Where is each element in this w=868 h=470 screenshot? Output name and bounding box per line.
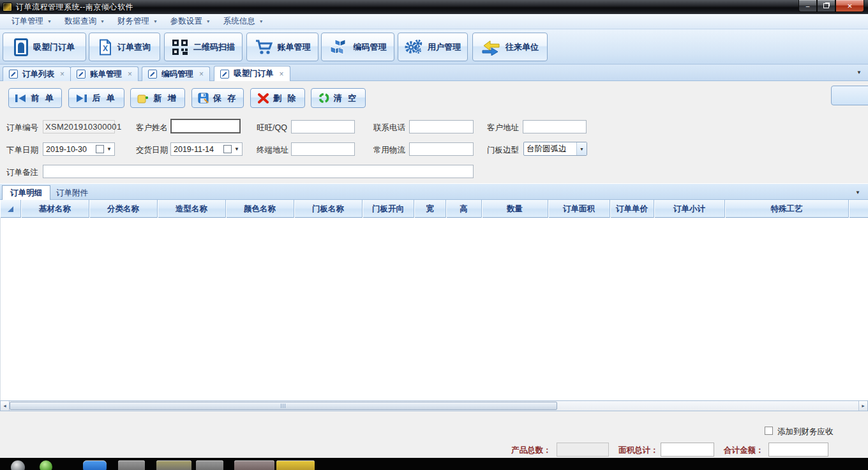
order-no-label: 订单编号: [6, 123, 38, 133]
column-header-order-area[interactable]: 订单面积: [548, 200, 610, 218]
chevron-down-icon: ▼: [153, 19, 158, 24]
tab-close-icon[interactable]: ×: [128, 70, 132, 79]
terminal-address-label: 终端地址: [257, 145, 288, 156]
side-panel-button[interactable]: [831, 86, 868, 105]
previous-order-button[interactable]: 前 单: [8, 88, 62, 108]
minimize-button[interactable]: –: [798, 0, 817, 12]
taskbar-app-tile-5[interactable]: [276, 460, 315, 470]
tab-code-management[interactable]: 编码管理 ×: [142, 66, 210, 81]
scroll-right-icon: ►: [861, 404, 865, 408]
door-panel-icon: [14, 38, 28, 56]
document-x-icon: X: [98, 39, 112, 56]
close-button[interactable]: ✕: [835, 0, 864, 12]
menu-parameter-settings[interactable]: 参数设置▼: [164, 14, 217, 29]
column-header-style[interactable]: 造型名称: [158, 200, 226, 218]
edge-type-select[interactable]: 台阶圆弧边 ▼: [523, 142, 587, 156]
tab-overflow-chevron-icon[interactable]: ▼: [857, 70, 862, 75]
order-no-field[interactable]: XSM201910300001: [43, 120, 115, 133]
scroll-left-button[interactable]: ◄: [1, 401, 10, 411]
taskbar-app-tile-3[interactable]: [196, 460, 223, 470]
column-header-clipped[interactable]: [849, 200, 868, 218]
column-header-door-opening[interactable]: 门板开向: [363, 200, 414, 218]
column-header-unit-price[interactable]: 订单单价: [610, 200, 654, 218]
wangwang-qq-field[interactable]: [291, 120, 355, 133]
chevron-down-icon: ▼: [259, 19, 264, 24]
next-order-button[interactable]: 后 单: [68, 88, 124, 108]
column-header-base-material[interactable]: 基材名称: [21, 200, 89, 218]
area-total-field[interactable]: [661, 443, 714, 457]
delivery-date-label: 交货日期: [136, 145, 168, 156]
add-to-receivable-checkbox[interactable]: [765, 427, 773, 435]
menu-system-info[interactable]: 系统信息▼: [217, 14, 270, 29]
gears-icon: [405, 39, 423, 56]
grid-select-all-corner[interactable]: [0, 200, 21, 218]
toolbar-code-management-button[interactable]: 编码管理: [321, 33, 394, 61]
save-button[interactable]: 保 存: [191, 88, 244, 108]
scrollbar-thumb[interactable]: [10, 402, 557, 410]
terminal-address-field[interactable]: [291, 142, 355, 156]
app-logo-icon: [3, 3, 12, 11]
order-date-picker[interactable]: 2019-10-30 ▼: [43, 142, 115, 156]
menu-finance-management[interactable]: 财务管理▼: [111, 14, 164, 29]
column-header-height[interactable]: 高: [446, 200, 482, 218]
tab-order-attachment[interactable]: 订单附件: [49, 185, 96, 201]
toolbar-business-partners-button[interactable]: 往来单位: [472, 33, 548, 61]
calendar-icon: [223, 145, 232, 153]
column-header-special-craft[interactable]: 特殊工艺: [725, 200, 849, 218]
action-toolbar: 前 单 后 单 新 增 保 存 删 除 清 空: [0, 81, 868, 112]
toolbar-bill-management-button[interactable]: 账单管理: [246, 33, 318, 61]
logistics-field[interactable]: [409, 142, 474, 156]
chevron-down-icon[interactable]: ▼: [234, 146, 239, 152]
toolbar-vacuum-door-order-button[interactable]: 吸塑门订单: [3, 33, 86, 61]
grid-header: 基材名称 分类名称 造型名称 颜色名称 门板名称 门板开向 宽 高 数量 订单面…: [0, 200, 868, 218]
tab-vacuum-door-order[interactable]: 吸塑门订单 ×: [214, 66, 290, 81]
chevron-down-icon[interactable]: ▼: [107, 146, 112, 152]
tab-order-list[interactable]: 订单列表 ×: [3, 66, 71, 81]
scroll-left-icon: ◄: [3, 404, 7, 408]
tab-order-detail[interactable]: 订单明细: [2, 185, 50, 201]
tab-bill-management[interactable]: 账单管理 ×: [70, 66, 138, 81]
column-header-subtotal[interactable]: 订单小计: [654, 200, 725, 218]
taskbar-app-tile-4[interactable]: [234, 460, 274, 470]
delivery-date-picker[interactable]: 2019-11-14 ▼: [170, 142, 243, 156]
restore-button[interactable]: [817, 0, 835, 12]
amount-total-field[interactable]: [768, 443, 828, 457]
customer-name-field[interactable]: [170, 119, 241, 133]
detail-overflow-chevron-icon[interactable]: ▼: [855, 190, 860, 195]
column-header-quantity[interactable]: 数量: [482, 200, 548, 218]
tab-close-icon[interactable]: ×: [280, 70, 284, 79]
cubes-icon: [329, 38, 348, 56]
start-orb-icon[interactable]: [11, 460, 25, 470]
chevron-down-icon: ▼: [47, 19, 52, 24]
add-to-receivable-label: 添加到财务应收: [777, 427, 834, 437]
taskbar-green-app-icon[interactable]: [40, 460, 52, 470]
taskbar-app-tile-2[interactable]: [156, 460, 191, 470]
tab-close-icon[interactable]: ×: [199, 70, 204, 79]
product-total-label: 产品总数：: [511, 445, 551, 456]
product-total-field[interactable]: [557, 443, 609, 457]
add-new-button[interactable]: 新 增: [130, 88, 185, 108]
taskbar-blue-app-icon[interactable]: [83, 460, 107, 470]
delete-button[interactable]: 删 除: [250, 88, 305, 108]
delete-x-icon: [258, 93, 269, 103]
remark-field[interactable]: [43, 165, 474, 178]
toolbar-user-management-button[interactable]: 用户管理: [398, 33, 468, 61]
column-header-color[interactable]: 颜色名称: [226, 200, 294, 218]
grid-body[interactable]: [0, 218, 868, 400]
column-header-width[interactable]: 宽: [414, 200, 446, 218]
chevron-down-icon: ▼: [576, 142, 587, 155]
clear-button[interactable]: 清 空: [311, 88, 366, 108]
toolbar-order-query-button[interactable]: X 订单查询: [89, 33, 160, 61]
menu-data-query[interactable]: 数据查询▼: [58, 14, 111, 29]
phone-field[interactable]: [409, 120, 474, 133]
menu-order-management[interactable]: 订单管理▼: [5, 14, 58, 29]
horizontal-scrollbar[interactable]: ◄ ►: [0, 400, 868, 411]
edit-icon: [9, 70, 18, 79]
tab-close-icon[interactable]: ×: [60, 70, 64, 79]
toolbar-qr-scan-button[interactable]: 二维码扫描: [164, 33, 243, 61]
scroll-right-button[interactable]: ►: [858, 401, 867, 411]
taskbar-app-tile-1[interactable]: [118, 460, 145, 470]
column-header-category[interactable]: 分类名称: [89, 200, 158, 218]
column-header-door-name[interactable]: 门板名称: [294, 200, 363, 218]
customer-address-field[interactable]: [523, 120, 587, 133]
